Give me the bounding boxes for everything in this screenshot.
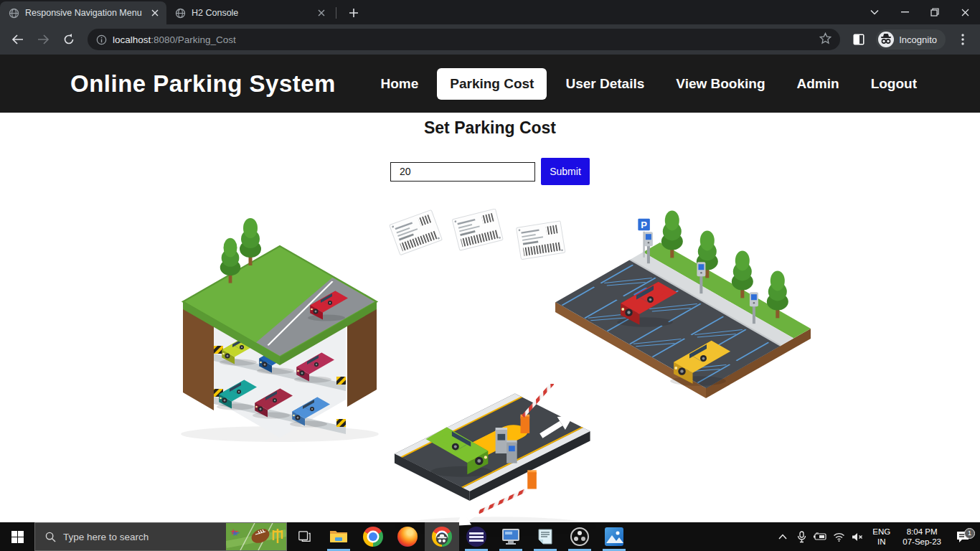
tray-chevron-icon[interactable] (774, 522, 791, 551)
nav-item-admin[interactable]: Admin (784, 68, 852, 100)
nav-item-user-details[interactable]: User Details (552, 68, 657, 100)
page-content: Set Parking Cost Submit (0, 113, 980, 522)
side-panel-icon[interactable] (847, 28, 870, 51)
volume-muted-icon[interactable] (849, 522, 866, 551)
url-host: localhost (113, 34, 151, 45)
language-indicator[interactable]: ENG IN (867, 527, 895, 547)
firefox-icon[interactable] (390, 522, 425, 551)
taskbar-search[interactable]: Type here to search (34, 522, 287, 551)
microphone-icon[interactable] (793, 522, 810, 551)
tab-responsive-navigation-menu[interactable]: Responsive Navigation Menu (0, 1, 166, 24)
region-code: IN (872, 537, 890, 547)
url-text: localhost:8080/Parking_Cost (113, 34, 236, 45)
url-path: :8080/Parking_Cost (151, 34, 236, 45)
nav-item-view-booking[interactable]: View Booking (663, 68, 778, 100)
notification-badge: 1 (964, 528, 975, 539)
globe-favicon-icon (9, 8, 19, 19)
clock[interactable]: 8:04 PM 07-Sep-23 (897, 527, 947, 547)
browser-toolbar: localhost:8080/Parking_Cost Incognito (0, 24, 980, 55)
obs-icon[interactable] (562, 522, 597, 551)
forward-button[interactable] (32, 28, 55, 51)
parking-lot-illustration: P (552, 207, 816, 422)
window-controls (859, 0, 980, 24)
bookmark-star-icon[interactable] (819, 32, 831, 47)
tab-close-icon[interactable] (149, 7, 161, 19)
windows-taskbar: Type here to search (0, 522, 980, 551)
nav-item-home[interactable]: Home (367, 68, 431, 100)
site-menu: Home Parking Cost User Details View Book… (367, 68, 930, 100)
battery-icon[interactable] (811, 522, 829, 551)
tab-title: Responsive Navigation Menu (25, 8, 143, 18)
file-explorer-icon[interactable] (321, 522, 356, 551)
tab-title: H2 Console (192, 8, 310, 18)
nav-item-parking-cost[interactable]: Parking Cost (437, 68, 547, 100)
nav-item-logout[interactable]: Logout (858, 68, 930, 100)
parking-tickets-illustration (382, 209, 578, 275)
reload-button[interactable] (57, 28, 80, 51)
site-navbar: Online Parking System Home Parking Cost … (0, 55, 980, 113)
system-tray: ENG IN 8:04 PM 07-Sep-23 1 (774, 522, 980, 551)
photos-icon[interactable] (597, 522, 631, 551)
cost-form: Submit (0, 158, 980, 185)
remote-desktop-icon[interactable] (494, 522, 528, 551)
page-title: Set Parking Cost (0, 118, 980, 138)
parking-garage-illustration (172, 204, 387, 445)
language-code: ENG (872, 527, 890, 537)
minimize-button[interactable] (890, 0, 920, 24)
browser-menu-kebab-icon[interactable] (951, 28, 974, 51)
wifi-icon[interactable] (830, 522, 847, 551)
new-tab-button[interactable] (344, 3, 364, 23)
screen: Responsive Navigation Menu H2 Console (0, 0, 980, 551)
tab-close-icon[interactable] (316, 7, 327, 19)
restore-button[interactable] (920, 0, 950, 24)
search-placeholder: Type here to search (63, 532, 149, 542)
task-view-button[interactable] (287, 522, 321, 551)
close-window-button[interactable] (950, 0, 980, 24)
site-info-icon[interactable] (96, 34, 107, 45)
address-bar[interactable]: localhost:8080/Parking_Cost (88, 29, 840, 50)
back-button[interactable] (6, 28, 29, 51)
eclipse-icon[interactable] (459, 522, 494, 551)
chrome-incognito-icon[interactable] (425, 522, 459, 551)
tab-h2-console[interactable]: H2 Console (166, 1, 333, 24)
search-highlight-image[interactable] (226, 523, 286, 550)
clock-date: 07-Sep-23 (903, 537, 941, 547)
start-button[interactable] (0, 522, 34, 551)
clock-time: 8:04 PM (903, 527, 941, 537)
tab-search-chevron-icon[interactable] (859, 0, 890, 24)
parking-cost-input[interactable] (390, 162, 535, 182)
search-icon (45, 532, 56, 542)
globe-favicon-icon (175, 8, 186, 19)
submit-button[interactable]: Submit (541, 158, 590, 185)
incognito-icon (878, 32, 894, 47)
notepad-icon[interactable] (528, 522, 562, 551)
chrome-icon[interactable] (356, 522, 390, 551)
browser-tabstrip: Responsive Navigation Menu H2 Console (0, 0, 980, 24)
p-sign-label: P (641, 220, 647, 230)
incognito-label: Incognito (899, 34, 937, 45)
tab-divider (336, 7, 336, 19)
site-brand: Online Parking System (70, 70, 336, 98)
action-center-button[interactable]: 1 (948, 531, 977, 543)
taskbar-spacer (631, 522, 774, 551)
incognito-badge: Incognito (876, 29, 946, 50)
